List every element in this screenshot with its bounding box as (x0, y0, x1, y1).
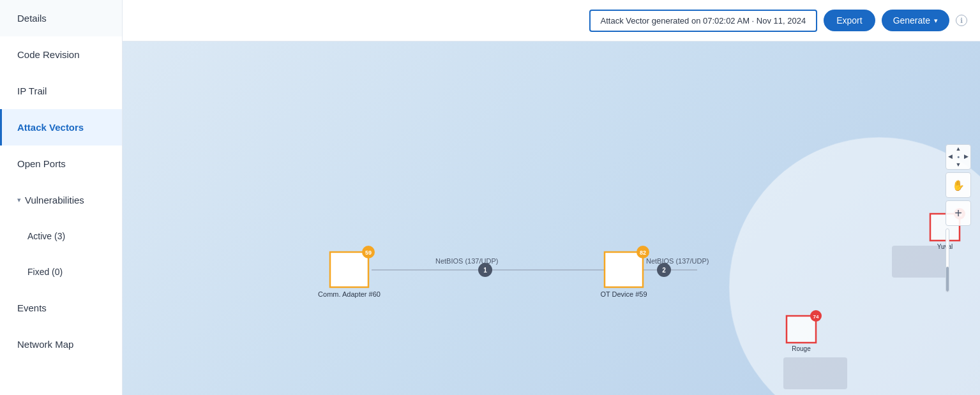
svg-text:1: 1 (483, 267, 487, 274)
export-label: Export (836, 15, 862, 26)
main-content: Attack Vector generated on 07:02:02 AM ·… (123, 0, 980, 395)
generate-button[interactable]: Generate ▾ (882, 10, 949, 31)
svg-rect-12 (605, 252, 643, 287)
arrow-up-icon: ▲ (956, 146, 961, 152)
sidebar-label-details: Details (17, 13, 47, 24)
zoom-in-button[interactable]: + (946, 200, 971, 226)
zoom-bar (946, 228, 949, 292)
sidebar-item-fixed[interactable]: Fixed (0) (0, 254, 122, 290)
sidebar-label-events: Events (17, 302, 47, 313)
plus-icon: + (954, 206, 962, 221)
arrow-left-icon: ◀ (948, 154, 953, 160)
sidebar-label-open-ports: Open Ports (17, 158, 66, 169)
sidebar-item-ip-trail[interactable]: IP Trail (0, 73, 122, 109)
svg-text:NetBIOS (137/UDP): NetBIOS (137/UDP) (435, 257, 498, 265)
arrow-right-icon: ▶ (964, 154, 969, 160)
sidebar-item-network-map[interactable]: Network Map (0, 326, 122, 362)
sidebar-item-code-revision[interactable]: Code Revision (0, 36, 122, 73)
sidebar-label-active: Active (3) (27, 231, 65, 241)
svg-text:59: 59 (365, 250, 372, 256)
svg-text:2: 2 (662, 267, 666, 274)
sidebar-item-vulnerabilities[interactable]: ▾ Vulnerabilities (0, 182, 122, 218)
svg-text:82: 82 (640, 250, 646, 256)
chevron-down-icon: ▾ (17, 196, 21, 204)
zoom-bar-fill (946, 267, 949, 292)
sidebar-item-details[interactable]: Details (0, 0, 122, 36)
pan-tool-button[interactable]: ✋ (946, 172, 971, 198)
timestamp-box: Attack Vector generated on 07:02:02 AM ·… (589, 10, 818, 32)
svg-text:NetBIOS (137/UDP): NetBIOS (137/UDP) (646, 257, 709, 265)
header-bar: Attack Vector generated on 07:02:02 AM ·… (123, 0, 980, 41)
svg-text:OT Device #59: OT Device #59 (600, 290, 647, 298)
svg-rect-23 (787, 316, 816, 343)
sidebar-label-code-revision: Code Revision (17, 49, 80, 60)
svg-text:Comm. Adapter #60: Comm. Adapter #60 (318, 290, 381, 298)
hand-icon: ✋ (952, 179, 965, 191)
sidebar-item-open-ports[interactable]: Open Ports (0, 145, 122, 182)
sidebar-label-fixed: Fixed (0) (27, 267, 63, 277)
info-icon[interactable]: ℹ (956, 15, 967, 26)
sidebar-label-vulnerabilities: Vulnerabilities (25, 195, 84, 205)
chevron-down-icon: ▾ (934, 17, 938, 25)
svg-text:Rouge: Rouge (792, 345, 811, 352)
svg-rect-8 (330, 252, 368, 287)
nav-controls: ▲ ◀ ● ▶ ▼ ✋ + (946, 144, 971, 292)
generate-label: Generate (893, 15, 930, 26)
canvas-area: 1 NetBIOS (137/UDP) 2 NetBIOS (137/UDP) … (123, 41, 980, 395)
sidebar-label-network-map: Network Map (17, 339, 73, 350)
svg-text:74: 74 (813, 314, 819, 320)
svg-rect-18 (783, 357, 847, 389)
export-button[interactable]: Export (824, 10, 875, 31)
sidebar: Details Code Revision IP Trail Attack Ve… (0, 0, 123, 395)
timestamp-label: Attack Vector generated on 07:02:02 AM ·… (601, 16, 806, 26)
svg-rect-17 (892, 246, 949, 278)
arrow-down-icon: ▼ (956, 162, 961, 168)
nav-pad[interactable]: ▲ ◀ ● ▶ ▼ (946, 144, 971, 170)
sidebar-item-events[interactable]: Events (0, 290, 122, 326)
sidebar-label-ip-trail: IP Trail (17, 86, 47, 96)
sidebar-item-attack-vectors[interactable]: Attack Vectors (0, 109, 122, 145)
network-diagram: 1 NetBIOS (137/UDP) 2 NetBIOS (137/UDP) … (123, 41, 980, 395)
nav-center-dot: ● (957, 154, 960, 159)
sidebar-item-active[interactable]: Active (3) (0, 218, 122, 254)
sidebar-label-attack-vectors: Attack Vectors (17, 122, 84, 133)
